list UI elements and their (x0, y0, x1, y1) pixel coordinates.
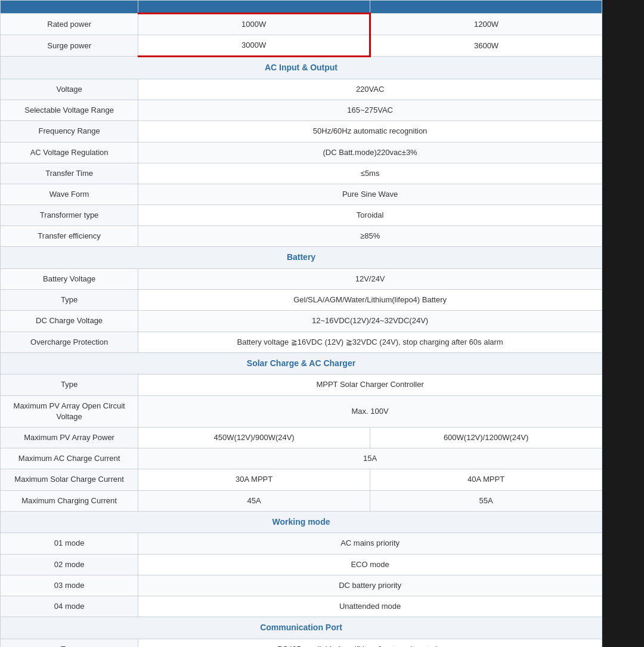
header-row (1, 1, 602, 14)
value-all: 50Hz/60Hz automatic recognition (138, 121, 602, 142)
row-label: Maximum Charging Current (1, 490, 138, 511)
value-all: Toroidal (138, 205, 602, 226)
table-row: DC Charge Voltage12~16VDC(12V)/24~32VDC(… (1, 311, 602, 332)
row-label: Battery Voltage (1, 269, 138, 290)
row-label: Type (1, 290, 138, 311)
row-label: Voltage (1, 79, 138, 100)
table-row: Solar Charge & AC Charger (1, 352, 602, 374)
row-label: DC Charge Voltage (1, 311, 138, 332)
row-label: Maximum AC Charge Current (1, 448, 138, 469)
table-row: TypeRS485, available for wifi box & exte… (1, 639, 602, 647)
table-row: AC Input & Output (1, 57, 602, 79)
row-label: Type (1, 374, 138, 395)
table-row: TypeGel/SLA/AGM/Water/Lithium(lifepo4) B… (1, 290, 602, 311)
table-row: Communication Port (1, 617, 602, 639)
value-102: 45A (138, 490, 370, 511)
table-row: Maximum PV Array Power450W(12V)/900W(24V… (1, 427, 602, 448)
row-label: Transformer type (1, 205, 138, 226)
value-122: 1200W (370, 14, 602, 35)
table-row: Maximum AC Charge Current15A (1, 448, 602, 469)
value-102: 30A MPPT (138, 469, 370, 490)
table-row: Battery (1, 247, 602, 269)
value-122: 600W(12V)/1200W(24V) (370, 427, 602, 448)
table-row: 03 modeDC battery priority (1, 575, 602, 596)
table-row: Transfer Time≤5ms (1, 163, 602, 184)
header-102 (138, 1, 370, 14)
table-row: Transfer efficiency≥85% (1, 226, 602, 247)
section-header-label: Communication Port (1, 617, 602, 639)
value-102: 3000W (138, 35, 370, 57)
table-row: 01 modeAC mains priority (1, 533, 602, 554)
row-label: Transfer efficiency (1, 226, 138, 247)
row-label: AC Voltage Regulation (1, 142, 138, 163)
table-row: 02 modeECO mode (1, 554, 602, 575)
spec-table: Rated power1000W1200WSurge power3000W360… (0, 0, 602, 647)
table-body: Rated power1000W1200WSurge power3000W360… (1, 14, 602, 648)
value-122: 55A (370, 490, 602, 511)
table-row: Surge power3000W3600W (1, 35, 602, 57)
section-header-label: Solar Charge & AC Charger (1, 352, 602, 374)
section-header-label: Working mode (1, 511, 602, 533)
table-row: Voltage220VAC (1, 79, 602, 100)
header-model (1, 1, 138, 14)
table-row: Maximum Solar Charge Current30A MPPT40A … (1, 469, 602, 490)
row-label: Maximum PV Array Power (1, 427, 138, 448)
value-all: DC battery priority (138, 575, 602, 596)
row-label: Overcharge Protection (1, 332, 138, 352)
value-122: 3600W (370, 35, 602, 57)
table-row: AC Voltage Regulation(DC Batt.mode)220va… (1, 142, 602, 163)
value-all: AC mains priority (138, 533, 602, 554)
value-all: Battery voltage ≧16VDC (12V) ≧32VDC (24V… (138, 332, 602, 352)
table-row: Overcharge ProtectionBattery voltage ≧16… (1, 332, 602, 352)
table-row: Frequency Range50Hz/60Hz automatic recog… (1, 121, 602, 142)
spec-table-wrapper: Rated power1000W1200WSurge power3000W360… (0, 0, 602, 647)
value-all: Unattended mode (138, 596, 602, 617)
section-header-label: Battery (1, 247, 602, 269)
row-label: Frequency Range (1, 121, 138, 142)
table-row: Rated power1000W1200W (1, 14, 602, 35)
value-all: 165~275VAC (138, 100, 602, 121)
value-all: (DC Batt.mode)220vac±3% (138, 142, 602, 163)
row-label: Rated power (1, 14, 138, 35)
table-row: 04 modeUnattended mode (1, 596, 602, 617)
value-all: Gel/SLA/AGM/Water/Lithium(lifepo4) Batte… (138, 290, 602, 311)
row-label: 04 mode (1, 596, 138, 617)
value-102: 450W(12V)/900W(24V) (138, 427, 370, 448)
table-row: TypeMPPT Solar Charger Controller (1, 374, 602, 395)
value-122: 40A MPPT (370, 469, 602, 490)
value-all: Pure Sine Wave (138, 184, 602, 205)
row-label: 01 mode (1, 533, 138, 554)
table-row: Working mode (1, 511, 602, 533)
value-all: ≥85% (138, 226, 602, 247)
row-label: Type (1, 639, 138, 647)
value-102: 1000W (138, 14, 370, 35)
row-label: Wave Form (1, 184, 138, 205)
row-label: Transfer Time (1, 163, 138, 184)
table-row: Transformer typeToroidal (1, 205, 602, 226)
row-label: 03 mode (1, 575, 138, 596)
table-row: Maximum Charging Current45A55A (1, 490, 602, 511)
row-label: Maximum PV Array Open Circuit Voltage (1, 395, 138, 427)
row-label: Surge power (1, 35, 138, 57)
row-label: Selectable Voltage Range (1, 100, 138, 121)
value-all: 12V/24V (138, 269, 602, 290)
value-all: 15A (138, 448, 602, 469)
row-label: Maximum Solar Charge Current (1, 469, 138, 490)
table-row: Maximum PV Array Open Circuit VoltageMax… (1, 395, 602, 427)
value-all: ≤5ms (138, 163, 602, 184)
table-row: Wave FormPure Sine Wave (1, 184, 602, 205)
table-row: Selectable Voltage Range165~275VAC (1, 100, 602, 121)
row-label: 02 mode (1, 554, 138, 575)
value-all: Max. 100V (138, 395, 602, 427)
value-all: 12~16VDC(12V)/24~32VDC(24V) (138, 311, 602, 332)
value-all: RS485, available for wifi box & external… (138, 639, 602, 647)
value-all: MPPT Solar Charger Controller (138, 374, 602, 395)
header-122 (370, 1, 602, 14)
value-all: 220VAC (138, 79, 602, 100)
value-all: ECO mode (138, 554, 602, 575)
table-row: Battery Voltage12V/24V (1, 269, 602, 290)
section-header-label: AC Input & Output (1, 57, 602, 79)
